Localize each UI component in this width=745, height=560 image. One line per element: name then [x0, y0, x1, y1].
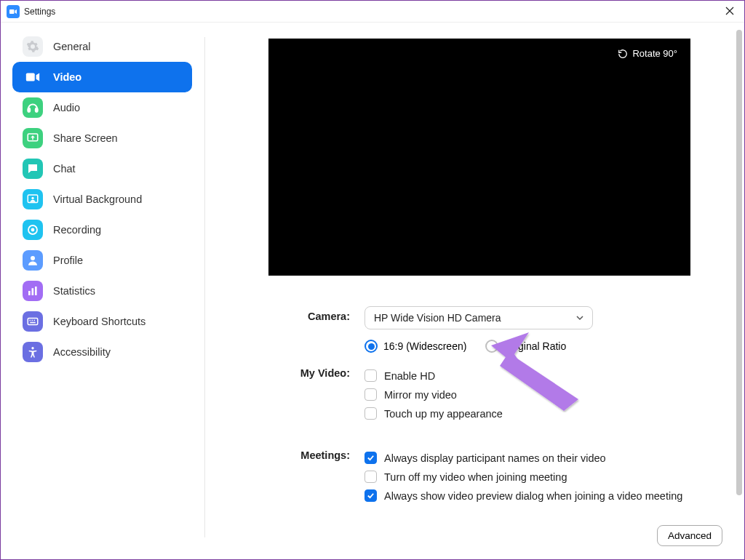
rotate-90-button[interactable]: Rotate 90° [610, 44, 685, 63]
chat-icon [23, 159, 43, 179]
titlebar: Settings [1, 1, 744, 23]
svg-rect-13 [32, 288, 34, 295]
sidebar-item-label: Share Screen [53, 132, 118, 144]
sidebar-item-label: General [53, 41, 91, 52]
checkbox-label: Always display participant names on thei… [384, 452, 606, 464]
sidebar-item-accessibility[interactable]: Accessibility [12, 337, 192, 367]
meetings-label: Meetings: [241, 445, 364, 461]
sidebar-item-label: Chat [53, 163, 76, 175]
sidebar-item-label: Virtual Background [53, 193, 142, 205]
zoom-app-icon [7, 5, 20, 18]
sidebar-item-chat[interactable]: Chat [12, 153, 192, 184]
sidebar-item-label: Keyboard Shortcuts [53, 316, 146, 327]
accessibility-icon [23, 342, 43, 362]
svg-rect-19 [30, 322, 36, 324]
window-title: Settings [24, 7, 55, 17]
virtual-background-icon [23, 189, 43, 209]
rotate-label: Rotate 90° [632, 48, 677, 59]
keyboard-icon [23, 311, 43, 332]
audio-icon [23, 97, 43, 118]
sidebar-item-keyboard-shortcuts[interactable]: Keyboard Shortcuts [12, 306, 192, 337]
camera-row: Camera: HP Wide Vision HD Camera 16:9 (W… [241, 306, 725, 360]
touch-up-checkbox[interactable]: Touch up my appearance [364, 407, 725, 420]
svg-rect-12 [28, 291, 31, 295]
sidebar-item-recording[interactable]: Recording [12, 215, 192, 245]
sidebar-item-label: Audio [53, 102, 80, 113]
svg-point-8 [31, 197, 33, 199]
svg-rect-5 [36, 108, 38, 112]
camera-preview: Rotate 90° [268, 39, 690, 276]
chevron-down-icon [576, 314, 583, 321]
recording-icon [23, 220, 43, 240]
camera-label: Camera: [241, 306, 364, 322]
svg-point-10 [31, 228, 35, 232]
svg-rect-17 [32, 320, 33, 321]
checkbox-label: Enable HD [384, 370, 435, 382]
ratio-original-radio[interactable]: Original Ratio [485, 340, 566, 353]
meetings-row: Meetings: Always display participant nam… [241, 445, 725, 508]
video-icon [23, 67, 43, 87]
svg-rect-0 [9, 9, 15, 14]
svg-rect-4 [28, 108, 30, 112]
svg-point-11 [31, 256, 35, 260]
checkbox-label: Mirror my video [384, 389, 457, 401]
sidebar-item-video[interactable]: Video [12, 62, 192, 92]
radio-label: Original Ratio [504, 340, 566, 352]
sidebar-item-virtual-background[interactable]: Virtual Background [12, 184, 192, 215]
checkbox-label: Turn off my video when joining meeting [384, 471, 567, 483]
sidebar-item-statistics[interactable]: Statistics [12, 276, 192, 306]
sidebar-item-general[interactable]: General [12, 31, 192, 62]
svg-rect-14 [35, 287, 37, 295]
profile-icon [23, 250, 43, 271]
sidebar-item-share-screen[interactable]: Share Screen [12, 123, 192, 153]
rotate-icon [618, 49, 628, 59]
checkbox-label: Always show video preview dialog when jo… [384, 490, 682, 502]
mirror-video-checkbox[interactable]: Mirror my video [364, 388, 725, 401]
vertical-separator [204, 37, 205, 537]
window-close-button[interactable] [721, 2, 738, 21]
advanced-button[interactable]: Advanced [657, 525, 722, 546]
ratio-widescreen-radio[interactable]: 16:9 (Widescreen) [364, 340, 466, 353]
camera-select[interactable]: HP Wide Vision HD Camera [364, 306, 593, 329]
svg-rect-16 [30, 320, 31, 321]
radio-label: 16:9 (Widescreen) [383, 340, 466, 352]
settings-sidebar: General Video Audio Share Screen Chat [1, 23, 204, 559]
enable-hd-checkbox[interactable]: Enable HD [364, 369, 725, 382]
svg-rect-3 [26, 73, 35, 81]
sidebar-item-label: Video [53, 71, 81, 83]
turn-off-video-joining-checkbox[interactable]: Turn off my video when joining meeting [364, 471, 725, 483]
always-display-names-checkbox[interactable]: Always display participant names on thei… [364, 452, 725, 464]
share-screen-icon [23, 128, 43, 148]
gear-icon [23, 36, 43, 57]
sidebar-item-label: Profile [53, 255, 83, 266]
settings-content: Rotate 90° Camera: HP Wide Vision HD Cam… [204, 23, 744, 559]
sidebar-item-profile[interactable]: Profile [12, 245, 192, 276]
sidebar-item-audio[interactable]: Audio [12, 92, 192, 123]
video-preview-dialog-checkbox[interactable]: Always show video preview dialog when jo… [364, 489, 725, 502]
statistics-icon [23, 281, 43, 301]
sidebar-item-label: Recording [53, 224, 101, 236]
scrollbar-thumb[interactable] [736, 30, 742, 495]
svg-rect-18 [34, 320, 36, 321]
my-video-row: My Video: Enable HD Mirror my video Touc… [241, 363, 725, 426]
checkbox-label: Touch up my appearance [384, 408, 503, 420]
svg-point-20 [31, 347, 33, 349]
sidebar-item-label: Accessibility [53, 346, 111, 358]
svg-rect-15 [28, 319, 38, 325]
camera-selected-value: HP Wide Vision HD Camera [374, 312, 501, 324]
my-video-label: My Video: [241, 363, 364, 379]
sidebar-item-label: Statistics [53, 285, 95, 297]
